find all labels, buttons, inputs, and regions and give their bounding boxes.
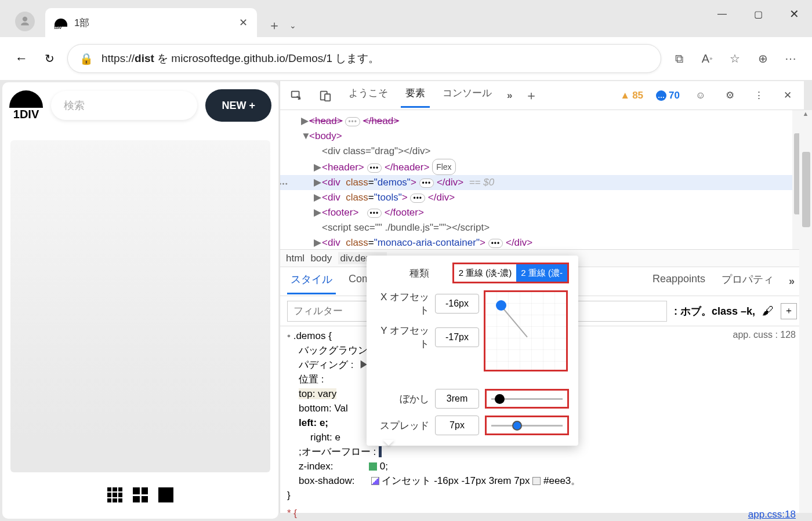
add-tab-icon[interactable]: ＋ xyxy=(525,87,538,104)
xy-handle[interactable] xyxy=(496,300,506,311)
dom-tree[interactable]: ▶<head> ••• </head> ▼<body> <div class="… xyxy=(280,110,804,249)
app-logo: 1DIV xyxy=(9,90,43,121)
shadow-editor-popup: 種類 2 重線 (淡-濃) 2 重線 (濃- X オフセット Y オフセット ぼ… xyxy=(367,256,578,446)
tab-console[interactable]: コンソール xyxy=(440,83,494,108)
xy-offset-pad[interactable] xyxy=(484,290,568,371)
svg-rect-0 xyxy=(292,91,299,97)
subtab-styles[interactable]: スタイル xyxy=(289,269,334,294)
devtools-scrollbar[interactable]: ▲ xyxy=(799,110,812,513)
maximize-button[interactable]: ▢ xyxy=(740,0,776,28)
tab-elements[interactable]: 要素 xyxy=(403,83,427,108)
single-view-icon[interactable] xyxy=(158,487,173,502)
tab-title: 1部 xyxy=(74,16,232,30)
type-tab-inset[interactable]: 2 重線 (濃- xyxy=(516,264,567,282)
type-tabs: 2 重線 (淡-濃) 2 重線 (濃- xyxy=(452,263,569,283)
open-external-icon[interactable]: ⧉ xyxy=(669,49,689,68)
close-window-button[interactable]: ✕ xyxy=(776,0,812,28)
blur-input[interactable] xyxy=(435,389,479,409)
tab-dropdown-icon[interactable]: ⌄ xyxy=(286,14,300,37)
lock-icon: 🔒 xyxy=(79,52,93,65)
popup-tail xyxy=(383,440,394,451)
refresh-button[interactable]: ↻ xyxy=(39,49,59,68)
more-subtabs-icon[interactable]: » xyxy=(789,275,795,287)
minimize-button[interactable]: — xyxy=(704,0,740,28)
view-switcher xyxy=(2,487,278,502)
demos-area xyxy=(10,140,270,472)
spread-slider[interactable] xyxy=(485,416,569,435)
browser-tab[interactable]: 1部 ✕ xyxy=(45,8,257,37)
class-hint: : ホブ。class –k, xyxy=(674,304,755,318)
tab-welcome[interactable]: ようこそ xyxy=(346,83,390,108)
svg-rect-2 xyxy=(325,94,330,101)
color-swatch-icon[interactable] xyxy=(532,477,541,485)
grid9-icon[interactable] xyxy=(107,487,122,502)
inspect-icon[interactable] xyxy=(288,88,304,104)
window-controls: — ▢ ✕ xyxy=(704,0,812,28)
x-offset-input[interactable] xyxy=(435,294,479,314)
dom-selected-node: ▶<div class="demos"> ••• </div> == $0 xyxy=(280,175,804,190)
read-aloud-icon[interactable]: A» xyxy=(697,49,717,68)
feedback-icon[interactable]: ☺ xyxy=(693,88,709,104)
device-icon[interactable] xyxy=(317,88,334,104)
collections-icon[interactable]: ⊕ xyxy=(753,49,773,68)
kebab-icon[interactable]: ⋮ xyxy=(751,88,767,104)
filter-input[interactable] xyxy=(287,301,380,322)
shadow-swatch-icon[interactable] xyxy=(371,477,379,485)
brush-icon[interactable]: 🖌 xyxy=(762,304,774,318)
spread-input[interactable] xyxy=(435,416,479,435)
favorite-icon[interactable]: ☆ xyxy=(725,49,745,68)
type-label: 種類 xyxy=(376,267,429,280)
browser-toolbar: ← ↻ 🔒 https://dist を microsoftedge.githu… xyxy=(0,37,812,80)
new-button[interactable]: NEW + xyxy=(205,89,271,122)
back-button[interactable]: ← xyxy=(12,49,31,68)
new-tab-button[interactable]: ＋ xyxy=(263,14,286,37)
subtab-properties[interactable]: プロパティ xyxy=(720,269,775,294)
warnings-badge[interactable]: ▲ 85 xyxy=(620,90,643,101)
grid4-icon[interactable] xyxy=(133,487,148,502)
more-tabs-icon[interactable]: » xyxy=(507,90,512,101)
tab-favicon xyxy=(55,19,67,27)
blur-slider[interactable] xyxy=(485,389,569,409)
search-input[interactable]: 検索 xyxy=(51,91,197,120)
url-text: https://dist を microsoftedge.github.io/D… xyxy=(102,51,379,66)
browser-titlebar: 1部 ✕ ＋ ⌄ — ▢ ✕ xyxy=(0,0,812,37)
type-tab-outset[interactable]: 2 重線 (淡-濃) xyxy=(454,264,517,282)
new-rule-icon[interactable]: ＋ xyxy=(781,303,797,319)
close-devtools-icon[interactable]: ✕ xyxy=(780,88,796,104)
info-badge[interactable]: … 70 xyxy=(656,90,680,101)
y-offset-input[interactable] xyxy=(435,327,479,347)
source-link[interactable]: app. cuss : 128 xyxy=(733,327,796,342)
subtab-reappoints[interactable]: Reappoints xyxy=(651,269,706,293)
stylesheet-link[interactable]: app.css:18 xyxy=(748,507,796,521)
settings-icon[interactable]: ⚙ xyxy=(722,88,738,104)
profile-avatar[interactable] xyxy=(15,12,35,31)
devtools-toolbar: ようこそ 要素 コンソール » ＋ ▲ 85 … 70 ☺ ⚙ ⋮ ✕ xyxy=(280,81,804,110)
tab-close-icon[interactable]: ✕ xyxy=(239,16,248,29)
address-bar[interactable]: 🔒 https://dist を microsoftedge.github.io… xyxy=(67,44,661,73)
more-icon[interactable]: ⋯ xyxy=(781,49,800,68)
layer-swatch-icon[interactable] xyxy=(369,462,377,471)
page-content: 1DIV 検索 NEW + xyxy=(2,82,278,519)
